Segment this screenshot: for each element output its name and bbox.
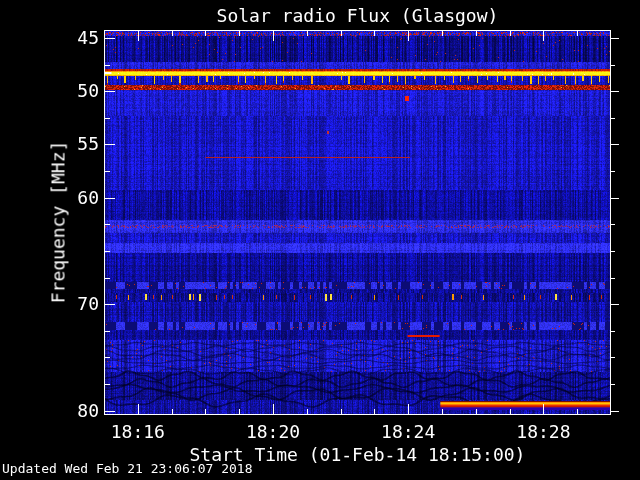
y-axis-tick-label: 80 xyxy=(0,401,99,421)
y-axis-tick-label: 50 xyxy=(0,81,99,101)
y-axis-tick-label: 55 xyxy=(0,134,99,154)
x-axis-tick-label: 18:24 xyxy=(363,422,453,442)
x-axis-tick-label: 18:28 xyxy=(498,422,588,442)
solar-radio-spectrogram-window: Solar radio Flux (Glasgow) Frequency [MH… xyxy=(0,0,640,480)
y-axis-tick-label: 60 xyxy=(0,188,99,208)
y-axis-title: Frequency [MHz] xyxy=(48,141,69,304)
y-axis-tick-label: 70 xyxy=(0,294,99,314)
chart-title: Solar radio Flux (Glasgow) xyxy=(104,5,611,26)
updated-timestamp: Updated Wed Feb 21 23:06:07 2018 xyxy=(2,461,252,476)
x-axis-tick-label: 18:16 xyxy=(93,422,183,442)
y-axis-tick-label: 45 xyxy=(0,28,99,48)
x-axis-tick-label: 18:20 xyxy=(228,422,318,442)
